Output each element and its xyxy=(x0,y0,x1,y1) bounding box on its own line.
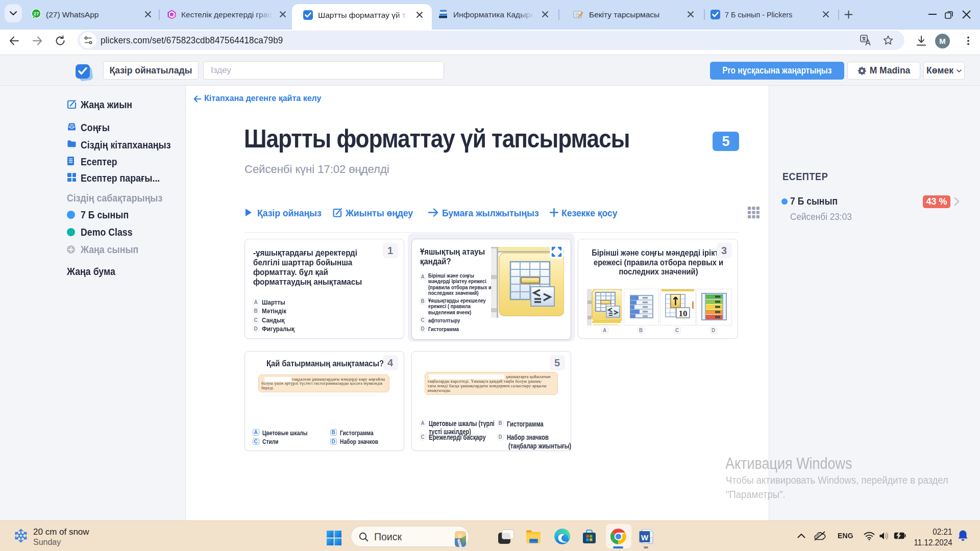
svg-text:27: 27 xyxy=(34,11,39,16)
svg-text:10: 10 xyxy=(678,309,687,318)
svg-text:W: W xyxy=(641,533,649,542)
